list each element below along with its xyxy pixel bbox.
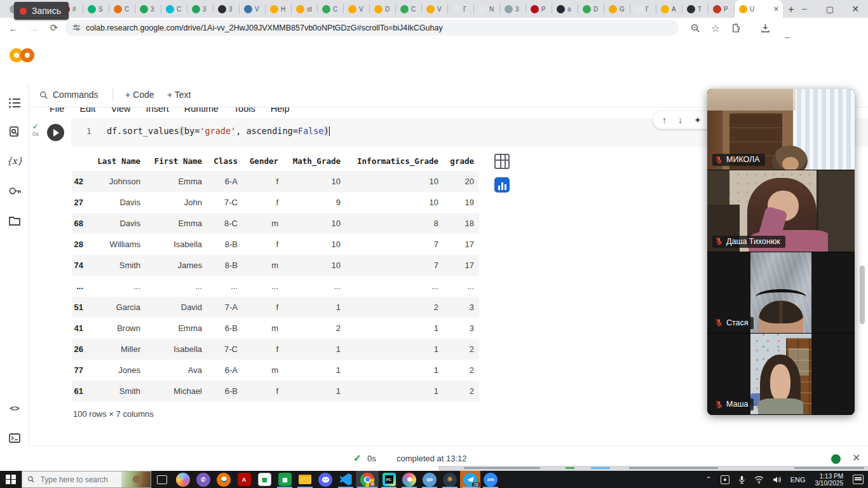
pycharm-icon[interactable]: PC [379,471,399,488]
action-center-icon[interactable] [848,471,868,488]
browser-tab[interactable]: D [370,0,396,18]
microphone-tray-icon[interactable] [734,471,750,488]
variables-icon[interactable]: {x} [7,153,22,168]
browser-tab[interactable]: 3 [500,0,526,18]
participant-tile[interactable]: Стася [707,252,855,334]
browser-tab[interactable]: H [266,0,292,18]
clock[interactable]: 1:13 PM 3/10/2025 [810,473,849,487]
chrome-icon[interactable] [356,471,379,488]
close-window-button[interactable]: ✕ [843,0,868,18]
participant-tile[interactable]: МИКОЛА [707,89,855,170]
libreoffice-calc-icon[interactable]: ▦ [275,471,295,488]
blender-icon[interactable] [214,471,234,488]
wifi-icon[interactable] [750,471,768,488]
language-indicator[interactable]: ENG [786,471,810,488]
secrets-key-icon[interactable] [7,183,22,198]
reload-icon[interactable]: ⟳ [46,20,62,36]
site-settings-icon[interactable] [72,24,81,32]
find-replace-icon[interactable] [7,124,22,139]
browser-tab[interactable]: V [344,0,370,18]
libreoffice-impress-icon[interactable]: ▦ [254,471,275,488]
extensions-puzzle-icon[interactable] [728,20,743,36]
browser-tab-active[interactable]: U ✕ [735,0,783,18]
run-cell-button[interactable] [47,124,64,141]
browser-tab[interactable]: 3 [214,0,240,18]
qbittorrent-icon[interactable]: qb [419,471,440,488]
volume-icon[interactable] [768,471,786,488]
tab-list: У # S C 3 C 3 3 [5,0,735,18]
minimize-button[interactable]: ─ [792,0,817,18]
search-input[interactable] [39,475,117,485]
browser-tab[interactable]: Г [448,0,474,18]
tab-close-icon[interactable]: ✕ [773,5,779,13]
status-close-icon[interactable]: ✕ [852,452,860,464]
move-cell-up-icon[interactable]: ↑ [662,115,667,125]
move-cell-down-icon[interactable]: ↓ [678,115,682,125]
table-of-contents-icon[interactable] [7,95,22,111]
bookmark-star-icon[interactable]: ☆ [708,20,723,36]
browser-tab[interactable]: P [709,0,735,18]
maximize-button[interactable]: ▢ [817,0,843,18]
cell-class: 6-A [207,360,243,381]
table-row: 26 Miller Isabella 7-C f 1 1 2 [72,339,479,360]
browser-tab[interactable]: 3 [187,0,214,18]
commands-search-icon[interactable] [39,91,48,100]
page-scrollbar[interactable] [860,266,865,324]
browser-tab[interactable]: 3 [135,0,161,18]
back-icon[interactable]: ← [5,20,22,36]
browser-tab[interactable]: C [396,0,422,18]
browser-tab[interactable]: st [292,0,318,18]
terminal-icon[interactable] [7,430,22,445]
browser-tab[interactable]: V [422,0,448,18]
add-text-button[interactable]: + Text [167,90,191,100]
participant-tile[interactable]: Маша [707,334,855,415]
browser-tab[interactable]: a [552,0,578,18]
tray-expand-chevron[interactable]: ⌃ [701,471,715,488]
browser-tab[interactable]: C [109,0,135,18]
zoom-app-icon[interactable]: zm [480,471,501,488]
viber-icon[interactable]: ✆ [193,471,214,488]
row-index: 77 [72,360,88,381]
commands-button[interactable]: Commands [53,90,98,100]
browser-tab[interactable]: C [161,0,187,18]
address-bar[interactable]: colab.research.google.com/drive/1Ai-vv_2… [65,20,679,36]
participant-tile[interactable]: Даша Тихонюк [707,170,855,252]
task-view-button[interactable] [151,471,173,488]
forward-icon[interactable]: → [25,20,42,36]
browser-tab[interactable]: V [240,0,266,18]
browser-tab[interactable]: G [604,0,630,18]
paint-app-icon[interactable] [399,471,419,488]
browser-tab[interactable]: T [682,0,709,18]
download-icon[interactable] [757,20,773,36]
file-explorer-icon[interactable] [295,471,315,488]
browser-tab[interactable]: D [578,0,604,18]
zoom-page-icon[interactable] [688,20,703,36]
copilot-icon[interactable] [173,471,193,488]
browser-tab[interactable]: Г [630,0,656,18]
vscode-icon[interactable] [336,471,356,488]
browser-tab[interactable]: S [83,0,109,18]
telegram-icon[interactable]: 28 [460,471,480,488]
taskbar-search[interactable] [22,471,151,488]
suggest-charts-icon[interactable] [494,177,510,193]
browser-tab[interactable]: P [526,0,552,18]
tab-title: C [333,6,337,13]
cell-class: 8-B [207,234,243,255]
code-line[interactable]: df.sort_values(by='grade', ascending=Fal… [107,126,330,136]
interactive-table-icon[interactable] [494,154,510,169]
code-snippets-icon[interactable]: <> [7,400,22,416]
colab-header: Untitled24.ipynb ☆ ⟳ Saving... ⚙ Share F… [0,38,868,85]
discord-icon[interactable] [315,471,336,488]
media-app-icon[interactable]: ☀ [440,471,460,488]
browser-tab[interactable]: A [656,0,682,18]
cell-gender: f [243,192,283,213]
gemini-sparkle-icon[interactable]: ✦ [694,115,702,125]
code-token: , ascending= [236,126,298,136]
acrobat-icon[interactable]: A [234,471,254,488]
browser-tab[interactable]: C [318,0,344,18]
start-button[interactable] [0,471,22,488]
tray-app-icon[interactable] [716,471,734,488]
files-folder-icon[interactable] [7,213,22,228]
add-code-button[interactable]: + Code [125,90,154,100]
browser-tab[interactable]: N [474,0,500,18]
